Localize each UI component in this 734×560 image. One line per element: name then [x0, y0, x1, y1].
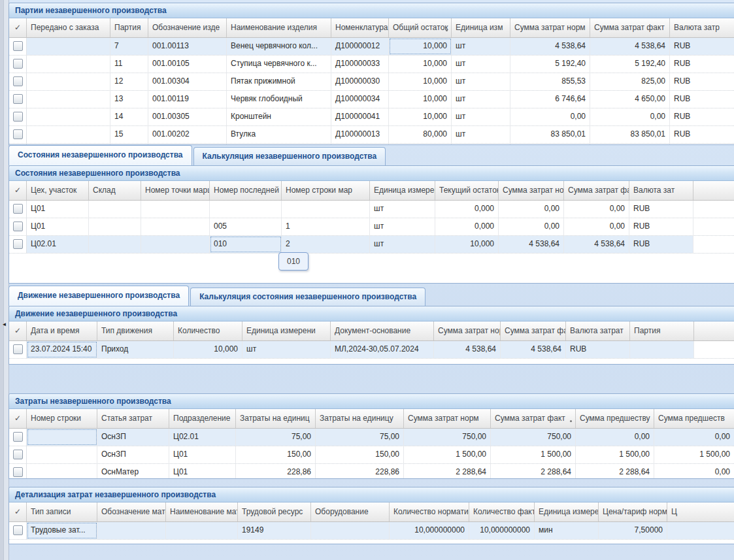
column-header[interactable]: Количество — [174, 321, 242, 340]
cell: Ц02.01 — [27, 236, 89, 253]
row-checkbox[interactable] — [13, 525, 23, 535]
column-header[interactable]: Общий остаток — [389, 18, 452, 37]
table-row[interactable]: 13001.00119Червяк глобоидныйД10000003410… — [9, 91, 734, 108]
column-header[interactable]: Трудовой ресурс — [238, 502, 311, 521]
column-header[interactable]: Обозначение мате — [97, 502, 166, 521]
tab-active[interactable]: Состояния незавершенного производства — [8, 145, 192, 165]
row-checkbox[interactable] — [13, 59, 23, 69]
select-all-header[interactable]: ✓ — [9, 181, 27, 200]
column-header[interactable]: Валюта затр — [670, 18, 734, 37]
table-row[interactable]: Ц02.010102шт10,0004 538,644 538,64RUB — [9, 236, 734, 254]
column-header[interactable]: Сумма затрат норм — [510, 18, 590, 37]
table-row[interactable]: 23.07.2024 15:40Приход10,000штМЛ,2024-30… — [9, 341, 734, 359]
select-all-header[interactable]: ✓ — [9, 502, 27, 521]
column-header[interactable]: Валюта зат — [629, 181, 693, 200]
row-checkbox[interactable] — [13, 112, 23, 122]
column-header[interactable]: Передано с заказа — [27, 18, 110, 37]
column-header[interactable]: Количество норматив — [390, 502, 469, 521]
select-all-header[interactable]: ✓ — [9, 18, 27, 37]
splitter-collapse-arrow[interactable]: ◄ — [1, 321, 8, 328]
cell: 228,86 — [316, 464, 404, 479]
column-header[interactable]: Цех, участок — [27, 181, 89, 200]
cell: 4 538,64 — [590, 38, 670, 55]
table-row[interactable]: Трудовые зат...1914910,00000000010,00000… — [9, 522, 734, 540]
select-all-header[interactable]: ✓ — [9, 409, 27, 428]
column-header[interactable]: Единица измерени — [370, 181, 435, 200]
checkbox-cell — [9, 38, 27, 55]
column-header[interactable]: Обозначение изде — [148, 18, 227, 37]
column-header[interactable]: Количество факт — [469, 502, 535, 521]
cell: 10,000 — [389, 56, 452, 73]
table-row[interactable]: Ц01шт0,0000,000,00RUB — [9, 201, 734, 218]
column-header[interactable]: Дата и время — [27, 321, 97, 340]
cell: 750,00 — [404, 429, 491, 446]
row-checkbox[interactable] — [13, 204, 23, 214]
select-all-header[interactable]: ✓ — [9, 321, 27, 340]
cell — [89, 218, 141, 235]
column-header[interactable]: Сумма затрат факт — [491, 409, 576, 428]
column-header[interactable]: Валюта затрат — [566, 321, 630, 340]
table-row[interactable]: 11001.00105Ступица червячного к...Д10000… — [9, 56, 734, 73]
column-header[interactable]: Склад — [89, 181, 141, 200]
cell: RUB — [670, 126, 734, 143]
column-header[interactable]: Статья затрат — [97, 409, 169, 428]
column-header[interactable]: Сумма затрат факт — [501, 321, 566, 340]
row-checkbox[interactable] — [13, 129, 23, 139]
table-row[interactable]: ОснМатерЦ01228,86228,862 288,642 288,642… — [9, 464, 734, 479]
table-row[interactable]: 15001.00202ВтулкаД10000001380,000шт83 85… — [9, 126, 734, 144]
column-header[interactable]: Номер точки марш — [141, 181, 210, 200]
cell: 10,000 — [389, 108, 452, 125]
tab-inactive[interactable]: Калькуляция незавершенного производства — [193, 147, 386, 165]
row-checkbox[interactable] — [13, 467, 23, 477]
row-checkbox[interactable] — [13, 450, 23, 459]
column-header[interactable]: Тип записи — [27, 502, 97, 521]
column-header[interactable]: Партия — [110, 18, 148, 37]
column-header[interactable]: Партия — [630, 321, 694, 340]
column-header[interactable]: Затраты на единиц — [236, 409, 316, 428]
column-header[interactable]: Сумма предшеств — [654, 409, 734, 428]
column-header[interactable]: Затраты на единицу — [316, 409, 404, 428]
row-checkbox[interactable] — [13, 222, 23, 231]
table-row[interactable]: Ц010051шт0,0000,000,00RUB — [9, 218, 734, 236]
column-header[interactable]: Наименование мат — [166, 502, 238, 521]
column-header[interactable]: Номер строки мар — [282, 181, 370, 200]
cell: 13 — [110, 91, 148, 108]
column-header[interactable]: Сумма затрат факт — [590, 18, 670, 37]
column-header[interactable]: Оборудование — [311, 502, 390, 521]
column-header[interactable]: Сумма затрат норм — [434, 321, 501, 340]
column-header[interactable]: Сумма затрат факт — [564, 181, 629, 200]
column-header[interactable]: Номер последней — [210, 181, 282, 200]
column-header[interactable]: Единица измерени — [535, 502, 599, 521]
column-header[interactable]: Сумма затрат норм — [499, 181, 564, 200]
row-checkbox[interactable] — [13, 432, 23, 442]
table-row[interactable]: 14001.00305КронштейнД10000004110,000шт0,… — [9, 108, 734, 126]
row-checkbox[interactable] — [13, 76, 23, 86]
column-header[interactable]: Тип движения — [97, 321, 174, 340]
column-header[interactable]: Сумма затрат норм — [404, 409, 491, 428]
column-header[interactable]: Текущий остаток — [435, 181, 499, 200]
column-header[interactable]: Наименование изделия — [227, 18, 331, 37]
table-row[interactable]: ОснЗПЦ01150,00150,001 500,001 500,001 50… — [9, 446, 734, 464]
column-header[interactable]: Подразделение — [169, 409, 236, 428]
table-row[interactable]: 12001.00304Пятак прижимнойД10000003010,0… — [9, 73, 734, 91]
row-checkbox[interactable] — [13, 344, 23, 354]
table-row[interactable]: 7001.00113Венец червячного кол...Д100000… — [9, 38, 734, 56]
column-header[interactable]: Цена/тариф норма — [599, 502, 667, 521]
column-header[interactable]: Единица измерени — [242, 321, 331, 340]
column-header[interactable]: Документ-основание — [331, 321, 434, 340]
tab-active[interactable]: Движение незавершенного производства — [8, 286, 189, 306]
column-header[interactable]: Номенклатура и — [331, 18, 389, 37]
cell: Ступица червячного к... — [227, 56, 331, 73]
row-checkbox[interactable] — [13, 41, 23, 51]
column-header[interactable]: Единица изм — [452, 18, 510, 37]
table-row[interactable]: ОснЗПЦ02.0175,0075,00750,00750,000,000,0… — [9, 429, 734, 446]
column-header[interactable]: Сумма предшеству — [576, 409, 654, 428]
column-header[interactable]: Номер строки — [27, 409, 97, 428]
tab-inactive[interactable]: Калькуляция состояния незавершенного про… — [190, 288, 425, 306]
column-header[interactable]: Ц — [667, 502, 734, 521]
row-checkbox[interactable] — [13, 239, 23, 249]
cell: 7 — [110, 38, 148, 55]
row-checkbox[interactable] — [13, 94, 23, 104]
cell: 2 288,64 — [491, 464, 576, 479]
cell: 010 — [210, 236, 282, 253]
